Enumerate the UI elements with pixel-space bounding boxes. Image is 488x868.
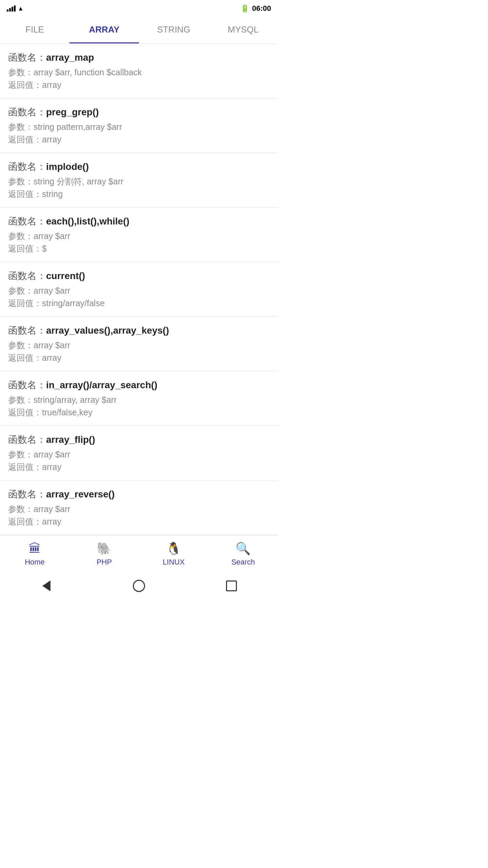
func-name-value: each(),list(),while()	[46, 216, 129, 226]
func-name-row: 函数名：preg_grep()	[8, 106, 270, 119]
func-param-value: array $arr	[34, 231, 70, 241]
func-return-row: 返回值：array	[8, 134, 270, 145]
func-return-value: array	[42, 80, 61, 90]
status-bar-left: ▲	[7, 5, 24, 12]
func-name-value: preg_grep()	[46, 107, 99, 117]
func-param-label: 参数：	[8, 395, 34, 405]
search-icon: 🔍	[236, 541, 251, 556]
func-param-value: array $arr	[34, 450, 70, 459]
func-name-row: 函数名：array_map	[8, 51, 270, 64]
status-bar-right: 🔋 06:00	[240, 4, 271, 13]
func-return-label: 返回值：	[8, 462, 42, 472]
func-param-value: array $arr, function $callback	[34, 67, 142, 77]
func-name-value: implode()	[46, 161, 89, 172]
list-item[interactable]: 函数名：implode() 参数：string 分割符, array $arr …	[0, 153, 278, 208]
linux-icon: 🐧	[166, 541, 181, 556]
tab-navigation: FILE ARRAY STRING MYSQL	[0, 17, 278, 44]
func-name-row: 函数名：array_reverse()	[8, 488, 270, 501]
list-item[interactable]: 函数名：in_array()/array_search() 参数：string/…	[0, 371, 278, 426]
func-param-row: 参数：string 分割符, array $arr	[8, 176, 270, 187]
func-param-label: 参数：	[8, 122, 34, 132]
func-param-row: 参数：array $arr	[8, 504, 270, 515]
func-return-value: string	[42, 189, 63, 199]
func-return-value: array	[42, 462, 61, 472]
back-button[interactable]	[38, 577, 55, 594]
func-param-label: 参数：	[8, 231, 34, 241]
func-param-label: 参数：	[8, 67, 34, 77]
func-name-row: 函数名：array_flip()	[8, 433, 270, 446]
func-name-label: 函数名：	[8, 489, 46, 499]
func-return-label: 返回值：	[8, 80, 42, 90]
func-param-value: array $arr	[34, 286, 70, 295]
func-return-label: 返回值：	[8, 189, 42, 199]
func-name-value: array_reverse()	[46, 489, 115, 499]
func-param-label: 参数：	[8, 286, 34, 295]
func-name-label: 函数名：	[8, 271, 46, 281]
func-return-label: 返回值：	[8, 298, 42, 308]
bottom-nav-home[interactable]: 🏛 Home	[0, 535, 69, 572]
list-item[interactable]: 函数名：preg_grep() 参数：string pattern,array …	[0, 98, 278, 153]
func-param-row: 参数：array $arr	[8, 285, 270, 296]
func-name-value: current()	[46, 271, 85, 281]
battery-icon: 🔋	[240, 4, 249, 13]
home-button[interactable]	[130, 577, 147, 594]
content-list: 函数名：array_map 参数：array $arr, function $c…	[0, 44, 278, 535]
func-name-label: 函数名：	[8, 380, 46, 390]
tab-string[interactable]: STRING	[139, 17, 208, 43]
func-return-row: 返回值：array	[8, 352, 270, 363]
func-name-value: array_map	[46, 52, 94, 63]
tab-file[interactable]: FILE	[0, 17, 69, 43]
func-param-row: 参数：array $arr	[8, 231, 270, 242]
wifi-icon: ▲	[18, 5, 24, 12]
func-return-row: 返回值：array	[8, 79, 270, 91]
php-icon: 🐘	[97, 541, 112, 556]
func-name-label: 函数名：	[8, 52, 46, 63]
func-return-row: 返回值：array	[8, 516, 270, 527]
bottom-nav-php[interactable]: 🐘 PHP	[69, 535, 139, 572]
func-return-label: 返回值：	[8, 517, 42, 526]
tab-array[interactable]: ARRAY	[69, 17, 139, 43]
func-return-value: array	[42, 353, 61, 362]
func-return-label: 返回值：	[8, 135, 42, 144]
func-name-row: 函数名：current()	[8, 270, 270, 282]
recents-button[interactable]	[223, 577, 240, 594]
func-return-label: 返回值：	[8, 353, 42, 362]
func-param-value: array $arr	[34, 340, 70, 350]
func-name-value: in_array()/array_search()	[46, 380, 157, 390]
status-bar: ▲ 🔋 06:00	[0, 0, 278, 17]
func-return-label: 返回值：	[8, 244, 42, 253]
func-return-row: 返回值：array	[8, 461, 270, 473]
list-item[interactable]: 函数名：array_reverse() 参数：array $arr 返回值：ar…	[0, 480, 278, 535]
tab-mysql[interactable]: MYSQL	[208, 17, 278, 43]
func-param-value: string/array, array $arr	[34, 395, 117, 405]
bottom-nav-linux[interactable]: 🐧 LINUX	[139, 535, 208, 572]
func-param-label: 参数：	[8, 177, 34, 186]
list-item[interactable]: 函数名：array_map 参数：array $arr, function $c…	[0, 44, 278, 98]
list-item[interactable]: 函数名：array_flip() 参数：array $arr 返回值：array	[0, 426, 278, 480]
func-param-row: 参数：array $arr	[8, 340, 270, 351]
func-param-label: 参数：	[8, 504, 34, 514]
func-name-label: 函数名：	[8, 107, 46, 117]
bottom-nav-search[interactable]: 🔍 Search	[208, 535, 278, 572]
func-name-label: 函数名：	[8, 434, 46, 445]
func-name-label: 函数名：	[8, 161, 46, 172]
func-name-row: 函数名：in_array()/array_search()	[8, 379, 270, 392]
list-item[interactable]: 函数名：current() 参数：array $arr 返回值：string/a…	[0, 262, 278, 317]
recents-square-icon	[226, 580, 237, 591]
func-name-row: 函数名：array_values(),array_keys()	[8, 324, 270, 337]
func-return-value: true/false,key	[42, 408, 93, 417]
system-nav-bar	[0, 572, 278, 599]
func-param-row: 参数：array $arr, function $callback	[8, 67, 270, 78]
func-return-value: $	[42, 244, 47, 253]
signal-icon	[7, 5, 16, 12]
func-param-value: string pattern,array $arr	[34, 122, 122, 132]
status-time: 06:00	[252, 4, 271, 13]
func-name-label: 函数名：	[8, 325, 46, 336]
func-name-value: array_values(),array_keys()	[46, 325, 169, 336]
list-item[interactable]: 函数名：each(),list(),while() 参数：array $arr …	[0, 208, 278, 262]
func-param-label: 参数：	[8, 450, 34, 459]
home-icon: 🏛	[29, 541, 41, 556]
list-item[interactable]: 函数名：array_values(),array_keys() 参数：array…	[0, 317, 278, 371]
func-return-label: 返回值：	[8, 408, 42, 417]
func-name-row: 函数名：implode()	[8, 160, 270, 173]
